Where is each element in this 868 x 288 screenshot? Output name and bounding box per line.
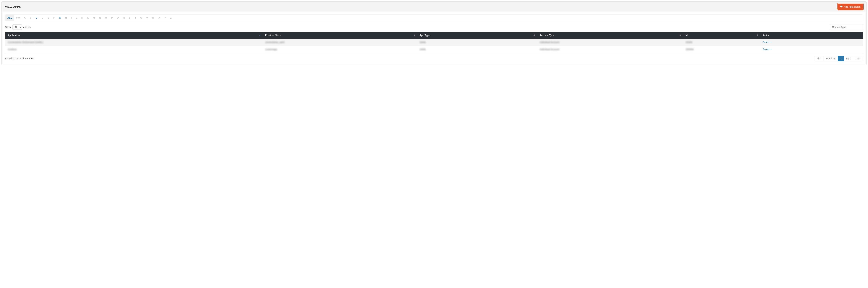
cell-provider_name: cornerstone_saml [262,39,417,46]
cell-account_type: Individual Account [537,39,683,46]
panel-body: ALL0-9ABCDEFGHIJKLMNOPQRSTUVWXYZ Show Al… [2,12,866,65]
alpha-item-h[interactable]: H [63,15,69,21]
alpha-item-s[interactable]: S [127,15,132,21]
select-action[interactable]: Select▼ [763,48,772,51]
table-controls: Show All entries [5,24,863,30]
table-row: GrafanacustomappSAMLIndividual Account26… [5,46,863,53]
showing-info: Showing 1 to 2 of 2 entries [5,57,34,60]
cell-id: 26393 [683,39,760,46]
col-application[interactable]: Application ▲ [5,32,262,39]
sort-icon: ▲▼ [534,34,535,36]
cell-action: Select▼ [760,46,863,53]
alpha-item-j[interactable]: J [74,15,79,21]
table-footer: Showing 1 to 2 of 2 entries First Previo… [5,56,863,61]
cell-application: Grafana [5,46,262,53]
cell-account_type: Individual Account [537,46,683,53]
sort-icon: ▲▼ [679,34,681,36]
alpha-item-a[interactable]: A [22,15,28,21]
entries-select[interactable]: All [12,25,22,30]
alpha-item-f[interactable]: F [51,15,57,21]
alpha-item-z[interactable]: Z [168,15,174,21]
alpha-item-l[interactable]: L [85,15,91,21]
add-application-button[interactable]: Add Application [837,4,863,10]
alpha-item-i[interactable]: I [69,15,74,21]
alpha-filter: ALL0-9ABCDEFGHIJKLMNOPQRSTUVWXYZ [5,15,863,21]
alpha-item-d[interactable]: D [39,15,45,21]
alpha-item-t[interactable]: T [133,15,138,21]
sort-icon: ▲ [259,35,261,36]
page-number-button[interactable]: 1 [838,56,844,61]
cell-app_type: SAML [417,46,537,53]
alpha-item-q[interactable]: Q [115,15,121,21]
alpha-item-c[interactable]: C [34,15,39,21]
alpha-item-u[interactable]: U [138,15,144,21]
table-divider [5,53,863,53]
alpha-item-e[interactable]: E [45,15,51,21]
table-body: Cornerstone OnDemand (SAML)cornerstone_s… [5,39,863,53]
alpha-item-w[interactable]: W [150,15,156,21]
col-id[interactable]: Id ▲▼ [683,32,760,39]
cell-application: Cornerstone OnDemand (SAML) [5,39,262,46]
apps-table: Application ▲ Provider Name ▲▼ App Type … [5,32,863,53]
plus-icon [840,5,843,8]
show-entries: Show All entries [5,25,31,30]
alpha-item-x[interactable]: X [156,15,162,21]
cell-app_type: SAML [417,39,537,46]
alpha-item-r[interactable]: R [121,15,127,21]
search-input[interactable] [830,24,863,30]
alpha-item-all[interactable]: ALL [5,15,14,21]
alpha-item-v[interactable]: V [144,15,150,21]
cell-provider_name: customapp [262,46,417,53]
col-provider-name[interactable]: Provider Name ▲▼ [262,32,417,39]
panel-header: VIEW APPS Add Application [2,2,866,12]
page-last-button[interactable]: Last [854,56,863,61]
col-action: Action [760,32,863,39]
alpha-item-n[interactable]: N [97,15,103,21]
alpha-item-m[interactable]: M [91,15,97,21]
alpha-item-p[interactable]: P [109,15,115,21]
caret-down-icon: ▼ [770,49,772,50]
page-previous-button[interactable]: Previous [824,56,838,61]
alpha-item-o[interactable]: O [103,15,109,21]
sort-icon: ▲▼ [413,34,415,36]
view-apps-panel: VIEW APPS Add Application ALL0-9ABCDEFGH… [1,1,867,65]
page-first-button[interactable]: First [814,56,824,61]
alpha-item-b[interactable]: B [28,15,34,21]
alpha-item-k[interactable]: K [79,15,85,21]
sort-icon: ▲▼ [757,34,758,36]
page-title: VIEW APPS [5,5,21,8]
alpha-item-g[interactable]: G [57,15,63,21]
select-action[interactable]: Select▼ [763,41,772,44]
alpha-item-0-9[interactable]: 0-9 [14,15,22,21]
col-account-type[interactable]: Account Type ▲▼ [537,32,683,39]
cell-id: 269999 [683,46,760,53]
table-row: Cornerstone OnDemand (SAML)cornerstone_s… [5,39,863,46]
page-next-button[interactable]: Next [844,56,854,61]
cell-action: Select▼ [760,39,863,46]
show-label: Show [5,26,11,28]
alpha-item-y[interactable]: Y [162,15,168,21]
pagination: First Previous 1 Next Last [814,56,863,61]
add-application-label: Add Application [844,5,861,8]
entries-label: entries [23,26,31,28]
col-app-type[interactable]: App Type ▲▼ [417,32,537,39]
caret-down-icon: ▼ [770,41,772,43]
